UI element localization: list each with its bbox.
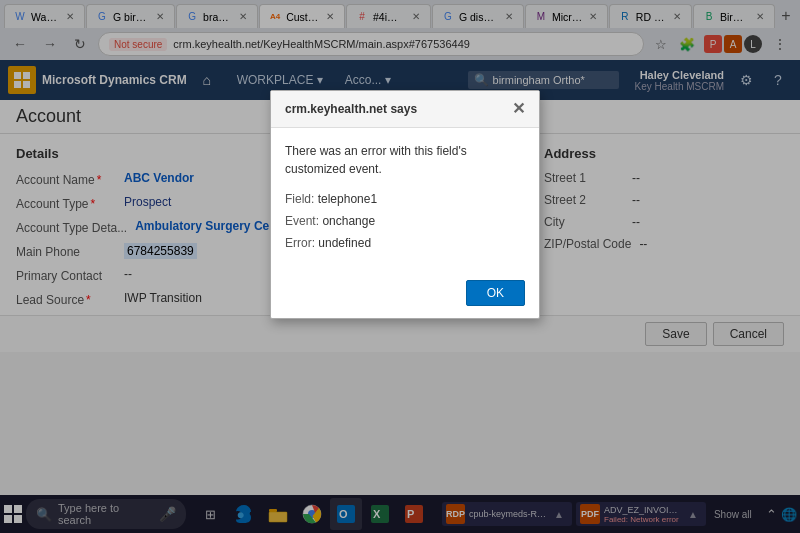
modal-error-row: Error: undefined <box>285 236 525 250</box>
modal-body: There was an error with this field's cus… <box>271 128 539 272</box>
modal-dialog: crm.keyhealth.net says ✕ There was an er… <box>270 90 540 319</box>
modal-message: There was an error with this field's cus… <box>285 142 525 178</box>
modal-title: crm.keyhealth.net says <box>285 102 417 116</box>
modal-close-button[interactable]: ✕ <box>512 101 525 117</box>
modal-field-row: Field: telephone1 <box>285 192 525 206</box>
modal-event-row: Event: onchange <box>285 214 525 228</box>
modal-header: crm.keyhealth.net says ✕ <box>271 91 539 128</box>
modal-footer: OK <box>271 272 539 318</box>
modal-field-label: Field: <box>285 192 314 206</box>
modal-event-label: Event: <box>285 214 319 228</box>
modal-field-value: telephone1 <box>318 192 377 206</box>
modal-event-value: onchange <box>322 214 375 228</box>
modal-error-value: undefined <box>318 236 371 250</box>
modal-ok-button[interactable]: OK <box>466 280 525 306</box>
modal-error-label: Error: <box>285 236 315 250</box>
